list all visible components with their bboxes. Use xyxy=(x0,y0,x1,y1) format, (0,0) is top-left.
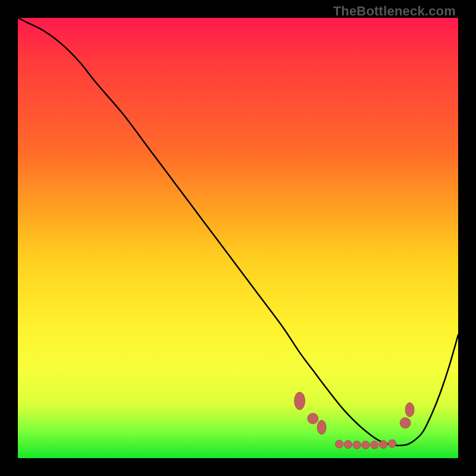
bottleneck-curve xyxy=(18,18,458,446)
curve-marker xyxy=(388,440,396,447)
curve-marker xyxy=(308,414,318,424)
curve-marker xyxy=(362,441,369,449)
curve-marker xyxy=(353,441,361,449)
curve-marker xyxy=(336,440,343,448)
chart-frame: TheBottleneck.com xyxy=(0,0,476,476)
watermark-text: TheBottleneck.com xyxy=(333,4,456,19)
curve-marker xyxy=(405,403,414,417)
chart-svg xyxy=(18,18,458,458)
curve-marker xyxy=(317,420,326,434)
curve-marker xyxy=(371,441,378,449)
plot-area xyxy=(18,18,458,458)
curve-marker xyxy=(380,440,387,448)
curve-marker xyxy=(344,440,352,448)
curve-marker xyxy=(400,418,411,428)
curve-marker xyxy=(295,392,305,410)
